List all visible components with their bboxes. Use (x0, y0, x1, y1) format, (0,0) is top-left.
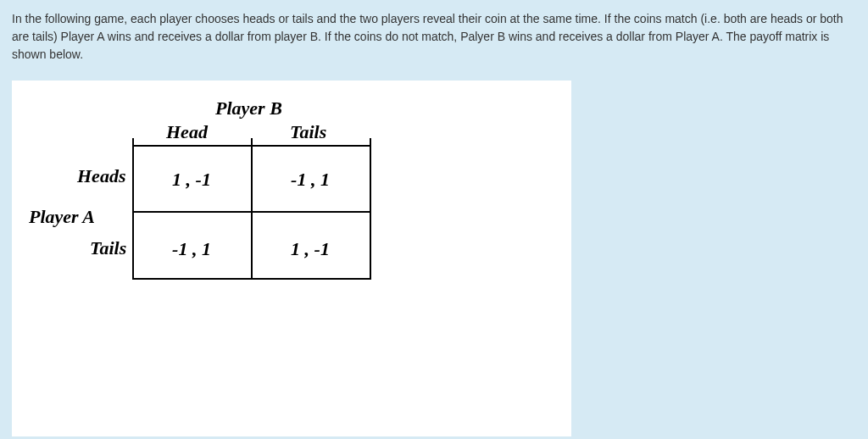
payoff-cell-tails-tails: 1 , -1 (251, 238, 370, 260)
payoff-matrix-figure: Player B Head Tails Player A Heads Tails… (12, 81, 571, 436)
row-header-tails: Tails (90, 237, 126, 259)
payoff-cell-tails-head: -1 , 1 (132, 238, 251, 260)
column-header-head: Head (166, 121, 208, 143)
player-a-label: Player A (29, 206, 95, 228)
grid-line (370, 138, 371, 280)
question-text: In the following game, each player choos… (12, 10, 856, 64)
column-header-tails: Tails (290, 121, 326, 143)
payoff-cell-heads-head: 1 , -1 (132, 169, 251, 191)
payoff-cell-heads-tails: -1 , 1 (251, 169, 370, 191)
grid-line (132, 278, 371, 280)
player-b-label: Player B (215, 97, 282, 119)
payoff-grid: 1 , -1 -1 , 1 -1 , 1 1 , -1 (132, 143, 370, 275)
row-header-heads: Heads (77, 165, 125, 187)
